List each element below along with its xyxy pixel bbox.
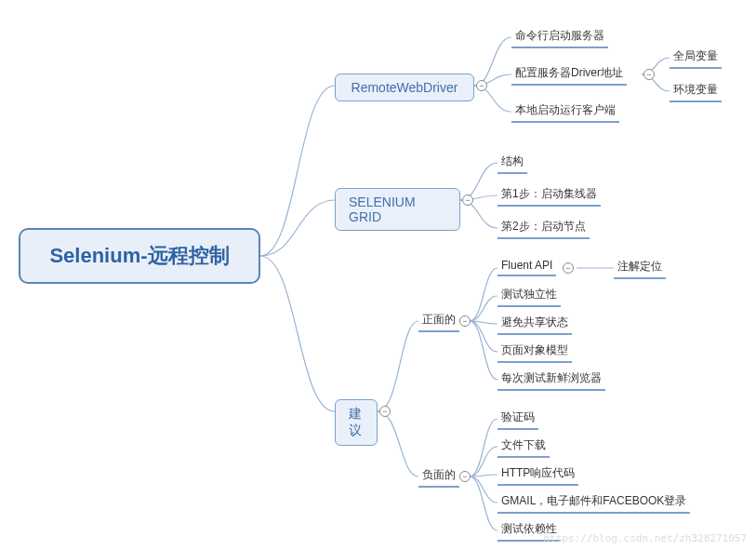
collapse-icon[interactable]: − [459,471,471,482]
branch-selenium-grid[interactable]: SELENIUM GRID [335,188,460,231]
collapse-icon[interactable]: − [379,406,391,417]
leaf-fresh-browser[interactable]: 每次测试新鲜浏览器 [497,369,605,391]
leaf-annotation-locate[interactable]: 注解定位 [614,257,666,279]
leaf-step1-hub[interactable]: 第1步：启动集线器 [497,184,601,207]
leaf-fluent-api[interactable]: Fluent API [497,257,556,276]
leaf-captcha[interactable]: 验证码 [497,408,538,430]
branch-remotewebdriver[interactable]: RemoteWebDriver [335,74,474,101]
branch-suggestions[interactable]: 建议 [335,399,378,446]
collapse-icon[interactable]: − [459,315,471,327]
sublabel-positive[interactable]: 正面的 [418,310,459,332]
collapse-icon[interactable]: − [563,262,574,274]
sublabel-negative[interactable]: 负面的 [418,465,459,488]
leaf-file-download[interactable]: 文件下载 [497,436,550,458]
leaf-page-object-model[interactable]: 页面对象模型 [497,341,572,363]
leaf-cmd-start-server[interactable]: 命令行启动服务器 [511,26,608,48]
collapse-icon[interactable]: − [476,80,487,91]
leaf-structure[interactable]: 结构 [497,152,527,174]
leaf-global-var[interactable]: 全局变量 [670,47,722,69]
leaf-http-response[interactable]: HTTP响应代码 [497,463,578,486]
leaf-local-start-client[interactable]: 本地启动运行客户端 [511,101,619,123]
leaf-step2-node[interactable]: 第2步：启动节点 [497,217,590,239]
leaf-config-driver-addr[interactable]: 配置服务器Driver地址 [511,63,627,86]
watermark-text: https://blog.csdn.net/zh328271057 [543,532,747,544]
root-node[interactable]: Selenium-远程控制 [19,228,260,284]
collapse-icon[interactable]: − [643,69,655,80]
leaf-env-var[interactable]: 环境变量 [670,80,722,102]
collapse-icon[interactable]: − [462,195,473,206]
leaf-avoid-shared-state[interactable]: 避免共享状态 [497,313,572,335]
leaf-gmail-fb-login[interactable]: GMAIL，电子邮件和FACEBOOK登录 [497,491,690,514]
leaf-test-independence[interactable]: 测试独立性 [497,285,561,307]
